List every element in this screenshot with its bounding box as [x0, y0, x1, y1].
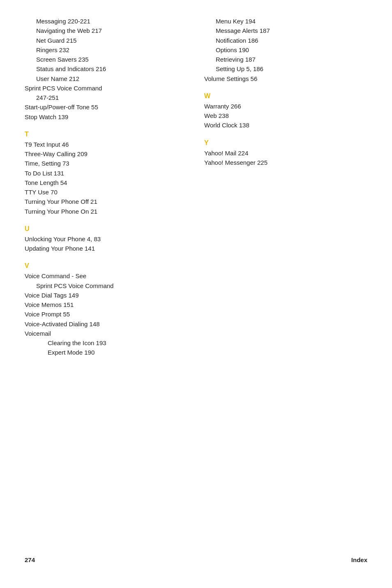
list-item: Tone Length 54 — [25, 178, 188, 187]
footer-label: Index — [351, 556, 367, 563]
list-item: Stop Watch 139 — [25, 112, 188, 122]
list-item: Message Alerts 187 — [204, 26, 367, 35]
list-item: Sprint PCS Voice Command — [25, 83, 188, 93]
list-item: Warranty 266 — [204, 101, 367, 111]
list-item: Voice Prompt 55 — [25, 309, 188, 319]
list-item: Sprint PCS Voice Command — [25, 281, 188, 291]
content-columns: Messaging 220-221 Navigating the Web 217… — [25, 16, 367, 552]
list-item: Ringers 232 — [25, 45, 188, 55]
list-item: Retrieving 187 — [204, 55, 367, 64]
footer: 274 Index — [25, 552, 367, 563]
section-header-w: W — [204, 92, 367, 100]
list-item: Yahoo! Mail 224 — [204, 148, 367, 158]
footer-page-number: 274 — [25, 556, 35, 563]
list-item: Net Guard 215 — [25, 36, 188, 45]
list-item: Turning Your Phone On 21 — [25, 207, 188, 216]
left-column: Messaging 220-221 Navigating the Web 217… — [25, 16, 196, 552]
list-item: Setting Up 5, 186 — [204, 64, 367, 74]
section-header-v: V — [25, 262, 188, 270]
list-item: Messaging 220-221 — [25, 16, 188, 26]
right-column: Menu Key 194 Message Alerts 187 Notifica… — [196, 16, 367, 552]
section-header-u: U — [25, 225, 188, 233]
list-item: Navigating the Web 217 — [25, 26, 188, 35]
section-t: T T9 Text Input 46 Three-Way Calling 209… — [25, 131, 188, 216]
list-item: Expert Mode 190 — [25, 348, 188, 357]
list-item: Voice Dial Tags 149 — [25, 291, 188, 300]
list-item: Voicemail — [25, 329, 188, 338]
list-item: Screen Savers 235 — [25, 55, 188, 64]
list-item: TTY Use 70 — [25, 187, 188, 197]
top-entries-left: Messaging 220-221 Navigating the Web 217… — [25, 16, 188, 122]
section-header-t: T — [25, 131, 188, 138]
list-item: Voice Command - See — [25, 271, 188, 281]
list-item: Volume Settings 56 — [204, 74, 367, 83]
page: Messaging 220-221 Navigating the Web 217… — [0, 0, 392, 588]
list-item: User Name 212 — [25, 74, 188, 83]
list-item: To Do List 131 — [25, 168, 188, 178]
section-v: V Voice Command - See Sprint PCS Voice C… — [25, 262, 188, 357]
list-item: Voice Memos 151 — [25, 300, 188, 309]
list-item: Menu Key 194 — [204, 16, 367, 26]
list-item: Status and Indicators 216 — [25, 64, 188, 74]
list-item: Three-Way Calling 209 — [25, 149, 188, 159]
section-header-y: Y — [204, 139, 367, 147]
list-item: World Clock 138 — [204, 120, 367, 130]
list-item: Options 190 — [204, 45, 367, 55]
list-item: Notification 186 — [204, 36, 367, 45]
list-item: Web 238 — [204, 111, 367, 120]
section-u: U Unlocking Your Phone 4, 83 Updating Yo… — [25, 225, 188, 254]
list-item: T9 Text Input 46 — [25, 140, 188, 149]
section-y: Y Yahoo! Mail 224 Yahoo! Messenger 225 — [204, 139, 367, 168]
list-item: 247-251 — [25, 93, 188, 102]
list-item: Unlocking Your Phone 4, 83 — [25, 234, 188, 244]
list-item: Yahoo! Messenger 225 — [204, 158, 367, 167]
list-item: Turning Your Phone Off 21 — [25, 197, 188, 206]
top-entries-right: Menu Key 194 Message Alerts 187 Notifica… — [204, 16, 367, 83]
list-item: Time, Setting 73 — [25, 159, 188, 168]
list-item: Updating Your Phone 141 — [25, 244, 188, 253]
section-w: W Warranty 266 Web 238 World Clock 138 — [204, 92, 367, 130]
list-item: Clearing the Icon 193 — [25, 338, 188, 348]
list-item: Start-up/Power-off Tone 55 — [25, 102, 188, 112]
list-item: Voice-Activated Dialing 148 — [25, 319, 188, 329]
